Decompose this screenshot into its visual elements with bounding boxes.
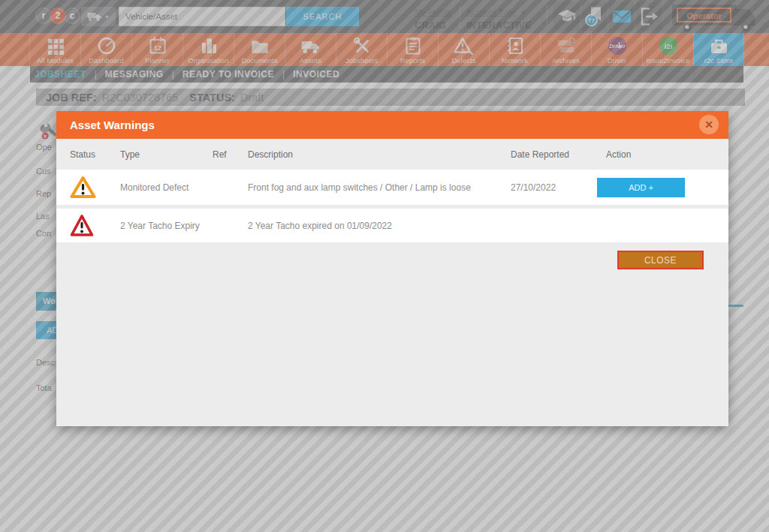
modal-header: Asset Warnings ✕	[56, 111, 728, 139]
col-action: Action	[606, 149, 728, 160]
col-type: Type	[120, 149, 213, 160]
warning-description: Front fog and aux lamp switches / Other …	[248, 182, 511, 193]
warning-description: 2 Year Tacho expired on 01/09/2022	[248, 221, 511, 231]
col-ref: Ref	[213, 149, 248, 160]
table-row: Monitored Defect Front fog and aux lamp …	[56, 170, 728, 205]
red-warning-triangle-icon	[70, 214, 120, 237]
warning-type: 2 Year Tacho Expiry	[120, 221, 213, 231]
amber-warning-triangle-icon	[70, 176, 120, 199]
modal-title: Asset Warnings	[70, 119, 155, 131]
col-description: Description	[248, 149, 511, 160]
warning-date: 27/10/2022	[511, 182, 606, 193]
close-icon[interactable]: ✕	[699, 115, 719, 134]
col-status: Status	[70, 149, 120, 160]
table-row: 2 Year Tacho Expiry 2 Year Tacho expired…	[56, 209, 728, 242]
col-date-reported: Date Reported	[511, 149, 606, 160]
app-root: r 2 c ▼ SEARCH My Profile CRAIG Account …	[0, 0, 769, 532]
close-button[interactable]: CLOSE	[617, 251, 704, 269]
warnings-table-header: Status Type Ref Description Date Reporte…	[56, 139, 728, 170]
asset-warnings-modal: Asset Warnings ✕ Status Type Ref Descrip…	[56, 111, 728, 426]
add-warning-button[interactable]: ADD +	[597, 178, 685, 197]
warning-type: Monitored Defect	[120, 182, 213, 193]
